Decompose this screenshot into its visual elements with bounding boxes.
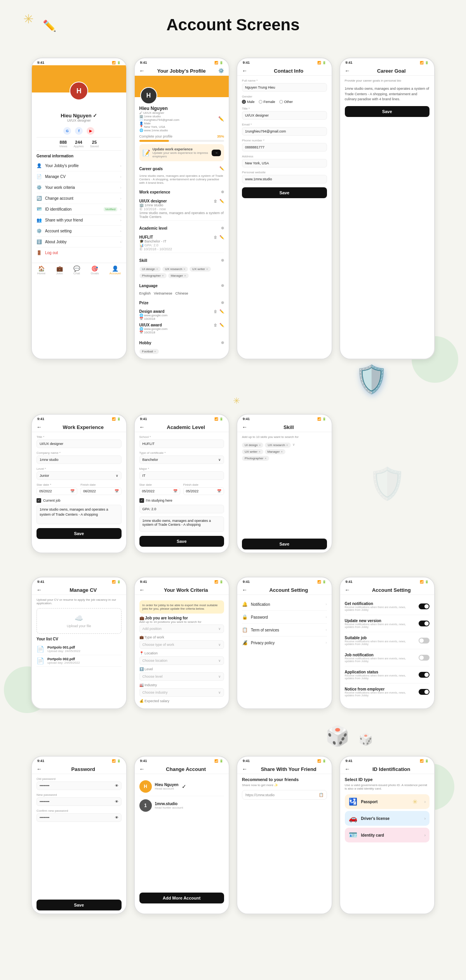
remove-skill-btn[interactable]: ×: [162, 274, 164, 277]
back-button[interactable]: ←: [139, 68, 145, 74]
nav-goals[interactable]: 🎯Goals: [90, 265, 99, 275]
type-of-work-select[interactable]: Choose type of work ∨: [139, 640, 224, 649]
finishdate-input[interactable]: 06/2022 📅: [80, 487, 121, 495]
remove-skill-btn[interactable]: ×: [281, 450, 283, 453]
nav-home[interactable]: 🏠Home: [37, 265, 45, 275]
edit-work-btn[interactable]: ✏️: [219, 199, 224, 203]
update-work-card[interactable]: 📝 Update work experience Update your wor…: [139, 144, 224, 161]
industry-select[interactable]: Choose industry ∨: [139, 688, 224, 697]
delete-prize-btn[interactable]: 🗑: [214, 309, 217, 314]
update-version-switch[interactable]: [419, 621, 429, 626]
edit-icon[interactable]: ✏️: [218, 116, 224, 122]
nav-account[interactable]: 👤Account: [110, 265, 121, 275]
edit-career-btn[interactable]: ✏️: [219, 166, 224, 171]
phone-input[interactable]: 0888881777: [242, 143, 327, 152]
fullname-input[interactable]: Nguyen Trung Hieu: [242, 83, 327, 92]
level-input[interactable]: Junior ∨: [37, 471, 122, 480]
back-button[interactable]: ←: [242, 68, 247, 74]
nav-chat[interactable]: 💬Chat: [73, 265, 80, 275]
password-setting[interactable]: 🔒 Password ›: [242, 611, 327, 624]
chevron-down-icon[interactable]: ∨: [292, 443, 295, 448]
add-hobby-btn[interactable]: ⊕: [221, 340, 224, 345]
add-language-btn[interactable]: ⊕: [221, 283, 224, 288]
menu-share-friend[interactable]: 👥 Share with your friend ›: [37, 215, 122, 226]
title-input[interactable]: UI/UX designer: [242, 111, 327, 120]
menu-jobby-profile[interactable]: 👤 Your Jobby's profile ›: [37, 160, 122, 171]
job-notification-switch[interactable]: [419, 655, 429, 661]
gender-female[interactable]: Female: [259, 100, 275, 104]
level-select[interactable]: Choose level ∨: [139, 672, 224, 681]
eye-icon[interactable]: 👁: [115, 784, 118, 788]
major-input[interactable]: IT: [139, 471, 224, 480]
copy-btn[interactable]: 📋: [319, 793, 323, 797]
get-notification-switch[interactable]: [419, 603, 429, 609]
gender-other[interactable]: Other: [279, 100, 293, 104]
delete-prize-btn-2[interactable]: 🗑: [214, 323, 217, 327]
add-position-select[interactable]: Add position ∨: [139, 624, 224, 633]
website-input[interactable]: www.1mrw.studio: [242, 175, 327, 183]
update-btn[interactable]: →: [212, 150, 221, 156]
edit-prize-btn[interactable]: ✏️: [219, 309, 224, 314]
startdate-input[interactable]: 05/2022 📅: [37, 487, 77, 495]
save-button[interactable]: Save: [242, 539, 327, 549]
eye-icon-3[interactable]: 👁: [115, 816, 118, 820]
desc-input[interactable]: 1mrw studio owns, manages and operates a…: [37, 505, 122, 524]
desc-input[interactable]: 1mrw studio owns, manages and operates a…: [139, 516, 224, 532]
facebook-icon[interactable]: f: [75, 127, 83, 135]
menu-work-criteria[interactable]: ⚙️ Your work criteria ›: [37, 182, 122, 193]
google-icon[interactable]: G: [63, 127, 71, 135]
add-more-account-button[interactable]: Add More Account: [139, 893, 224, 903]
email-input[interactable]: 1runghieu794@gmail.com: [242, 127, 327, 136]
back-button[interactable]: ←: [37, 424, 42, 430]
add-skill-btn[interactable]: ⊕: [221, 258, 224, 262]
account-item-1[interactable]: H Hieu Nguyen Head account ✓: [139, 777, 224, 796]
gpa-input[interactable]: GPA: 2.0: [139, 505, 224, 513]
notification-setting[interactable]: 🔔 Notification ›: [242, 598, 327, 611]
edit-prize-btn-2[interactable]: ✏️: [219, 323, 224, 327]
save-button[interactable]: Save: [242, 187, 327, 198]
application-status-switch[interactable]: [419, 672, 429, 678]
menu-account-setting[interactable]: ⚙️ Account setting ›: [37, 226, 122, 237]
remove-skill-btn[interactable]: ×: [184, 274, 186, 277]
remove-skill-btn[interactable]: ×: [156, 267, 158, 271]
remove-skill-btn[interactable]: ×: [286, 443, 288, 447]
back-button[interactable]: ←: [139, 587, 145, 593]
remove-skill-btn[interactable]: ×: [259, 443, 261, 447]
back-button[interactable]: ←: [345, 587, 350, 593]
confirm-password-input[interactable]: •••••••• 👁: [37, 813, 122, 822]
back-button[interactable]: ←: [37, 587, 42, 593]
remove-skill-btn[interactable]: ×: [259, 450, 261, 453]
back-button[interactable]: ←: [139, 766, 145, 772]
remove-skill-btn[interactable]: ×: [183, 267, 185, 271]
upload-area[interactable]: ☁️ Upload your file: [37, 608, 122, 634]
title-input[interactable]: UI/UX designer: [37, 439, 122, 448]
menu-about-jobby[interactable]: ℹ️ About Jobby ›: [37, 237, 122, 248]
drivers-license-option[interactable]: 🚗 Driver's license ›: [345, 811, 430, 826]
save-button[interactable]: Save: [37, 900, 122, 910]
back-button[interactable]: ←: [345, 68, 350, 74]
notice-employer-switch[interactable]: [419, 689, 429, 695]
back-button[interactable]: ←: [242, 424, 247, 430]
delete-academic-btn[interactable]: 🗑: [214, 235, 217, 239]
school-input[interactable]: HUFLIT: [139, 439, 224, 448]
youtube-icon[interactable]: ▶: [87, 127, 94, 135]
add-prize-btn[interactable]: ⊕: [221, 300, 224, 305]
remove-skill-btn[interactable]: ×: [206, 267, 208, 271]
save-button[interactable]: Save: [37, 528, 122, 539]
menu-logout[interactable]: 🚪 Log out: [37, 248, 122, 258]
back-button[interactable]: ←: [345, 766, 350, 772]
menu-change-account[interactable]: 🔄 Change account ›: [37, 193, 122, 204]
account-item-2[interactable]: 1 1mrw.studio head hunter account: [139, 796, 224, 815]
identity-card-option[interactable]: 🪪 Identity card ›: [345, 828, 430, 842]
studying-here-checkbox[interactable]: I'm studying here: [139, 498, 224, 503]
location-select[interactable]: Choose location ∨: [139, 656, 224, 665]
finishdate-input[interactable]: 05/2022 📅: [183, 487, 224, 495]
privacy-setting[interactable]: 🔏 Privacy policy ›: [242, 636, 327, 649]
remove-skill-btn[interactable]: ×: [264, 457, 266, 460]
delete-work-btn[interactable]: 🗑: [214, 199, 217, 203]
new-password-input[interactable]: •••••••• 👁: [37, 797, 122, 806]
suitable-job-switch[interactable]: [419, 638, 429, 643]
back-button[interactable]: ←: [37, 766, 42, 772]
startdate-input[interactable]: 05/2022 📅: [139, 487, 180, 495]
nav-jobs[interactable]: 💼Jobs: [56, 265, 63, 275]
